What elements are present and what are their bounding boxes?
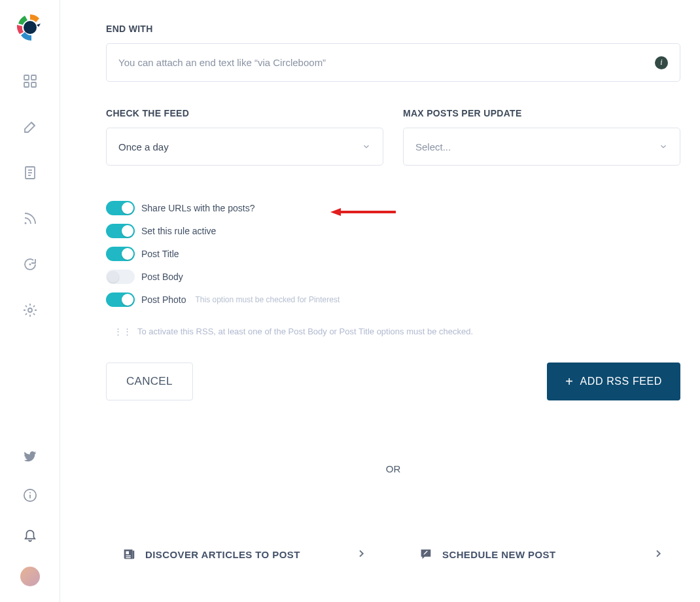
chevron-down-icon (362, 142, 371, 151)
end-with-label: END WITH (106, 24, 680, 34)
max-posts-placeholder: Select... (415, 141, 451, 152)
discover-articles-button[interactable]: DISCOVER ARTICLES TO POST (106, 535, 383, 574)
dashboard-icon[interactable] (22, 73, 38, 92)
compose-speech-icon (419, 547, 433, 561)
add-rss-feed-button[interactable]: + ADD RSS FEED (547, 363, 680, 400)
discover-label: DISCOVER ARTICLES TO POST (145, 549, 300, 560)
avatar[interactable] (20, 567, 40, 586)
rule-active-toggle[interactable] (106, 224, 135, 238)
post-photo-label: Post Photo (141, 294, 186, 305)
svg-point-10 (29, 264, 31, 266)
dots-icon: ⋮⋮ (114, 327, 132, 336)
chevron-right-icon (356, 548, 366, 561)
post-photo-note: This option must be checked for Pinteres… (196, 295, 340, 304)
check-feed-label: CHECK THE FEED (106, 108, 383, 118)
cancel-button[interactable]: CANCEL (106, 363, 193, 400)
svg-rect-16 (126, 556, 130, 556)
svg-rect-4 (31, 82, 36, 87)
refresh-icon[interactable] (22, 257, 38, 275)
add-rss-label: ADD RSS FEED (580, 376, 662, 387)
toggle-list: Share URLs with the posts? Set this rule… (106, 201, 680, 307)
activation-note: ⋮⋮ To activate this RSS, at least one of… (114, 327, 680, 336)
plus-icon: + (565, 375, 573, 388)
post-body-label: Post Body (141, 272, 183, 282)
newspaper-icon (122, 547, 136, 561)
rss-icon[interactable] (22, 211, 38, 229)
check-feed-select[interactable]: Once a day (106, 128, 383, 166)
main-content: END WITH You can attach an end text like… (60, 0, 700, 602)
twitter-icon[interactable] (23, 449, 37, 466)
compose-icon[interactable] (22, 119, 38, 137)
gear-icon[interactable] (22, 302, 38, 321)
info-icon[interactable]: i (655, 56, 668, 69)
svg-point-0 (24, 21, 37, 34)
schedule-label: SCHEDULE NEW POST (442, 549, 555, 560)
max-posts-label: MAX POSTS PER UPDATE (403, 108, 680, 118)
info-circle-icon[interactable] (23, 488, 37, 505)
svg-point-14 (29, 492, 31, 493)
post-title-toggle[interactable] (106, 247, 135, 261)
share-urls-toggle[interactable] (106, 201, 135, 215)
end-with-placeholder: You can attach an end text like “via Cir… (118, 57, 326, 68)
svg-rect-15 (126, 551, 129, 554)
share-urls-label: Share URLs with the posts? (141, 203, 255, 213)
sidebar-bottom (20, 449, 40, 586)
svg-rect-2 (31, 75, 36, 80)
svg-rect-1 (24, 75, 29, 80)
sidebar (0, 0, 60, 602)
app-logo (14, 12, 46, 43)
post-title-label: Post Title (141, 249, 179, 259)
bell-icon[interactable] (23, 527, 37, 544)
or-divider: OR (106, 463, 680, 474)
svg-rect-17 (126, 558, 130, 558)
post-photo-toggle[interactable] (106, 292, 135, 307)
max-posts-select[interactable]: Select... (403, 128, 680, 166)
end-with-input[interactable]: You can attach an end text like “via Cir… (106, 43, 680, 82)
rule-active-label: Set this rule active (141, 226, 216, 236)
svg-point-11 (28, 308, 32, 312)
post-body-toggle[interactable] (106, 270, 135, 284)
document-icon[interactable] (22, 165, 38, 183)
chevron-right-icon (653, 548, 663, 561)
chevron-down-icon (659, 142, 668, 151)
check-feed-value: Once a day (118, 141, 169, 152)
svg-point-9 (24, 222, 26, 224)
schedule-new-post-button[interactable]: SCHEDULE NEW POST (403, 535, 680, 574)
svg-rect-3 (24, 82, 29, 87)
nav-icons (22, 73, 38, 321)
